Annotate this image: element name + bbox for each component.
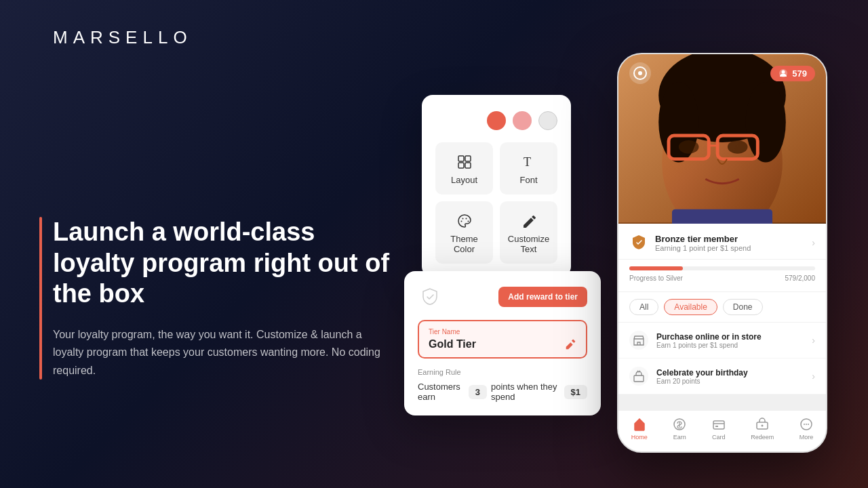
options-grid: Layout T Font Theme Color Customi — [435, 142, 557, 264]
progress-bar-track — [629, 266, 815, 270]
subtext: Your loyalty program, the way you want i… — [53, 326, 392, 380]
more-icon — [800, 418, 813, 431]
headline: Launch a world-class loyalty program rig… — [53, 217, 392, 310]
reward-purchase-chevron: › — [812, 335, 815, 346]
reward-birthday-title: Celebrate your birthday — [656, 368, 748, 378]
nav-card[interactable]: Card — [712, 418, 726, 441]
option-theme-color-label: Theme Color — [442, 234, 486, 254]
edit-tier-name-icon[interactable] — [564, 338, 576, 350]
tier-name-display: Bronze tier member — [655, 234, 751, 244]
nav-more-label: More — [800, 434, 814, 441]
svg-rect-24 — [634, 375, 644, 382]
progress-bar-fill — [629, 266, 683, 270]
tier-subtext: Earning 1 point per $1 spend — [655, 244, 751, 252]
reward-item-left: Purchase online or in store Earn 1 point… — [629, 331, 762, 350]
tier-name-label: Tier Name — [429, 328, 576, 336]
svg-point-18 — [728, 140, 748, 154]
tier-panel: Add reward to tier Tier Name Gold Tier E… — [404, 271, 601, 415]
svg-point-17 — [679, 140, 699, 154]
nav-earn-label: Earn — [673, 434, 686, 441]
color-dot-pink[interactable] — [513, 111, 532, 130]
store-icon-wrapper — [629, 331, 648, 350]
tab-available[interactable]: Available — [664, 299, 717, 315]
reward-birthday-subtitle: Earn 20 points — [656, 378, 748, 385]
reward-item-birthday-text: Celebrate your birthday Earn 20 points — [656, 368, 748, 385]
svg-rect-19 — [672, 209, 772, 224]
option-font-label: Font — [519, 175, 537, 185]
font-icon: T — [521, 155, 536, 169]
reward-item-birthday-left: Celebrate your birthday Earn 20 points — [629, 367, 748, 386]
earn-icon — [673, 418, 686, 431]
filter-tabs: All Available Done — [618, 292, 826, 323]
nav-more[interactable]: More — [800, 418, 814, 441]
nav-redeem-label: Redeem — [751, 434, 774, 441]
reward-item-purchase[interactable]: Purchase online or in store Earn 1 point… — [618, 323, 826, 359]
phone-hero-image: 579 — [618, 54, 826, 224]
tab-all[interactable]: All — [629, 299, 658, 315]
earning-rule-suffix: points when they spend — [491, 382, 560, 402]
nav-home[interactable]: Home — [631, 418, 648, 441]
reward-item-purchase-text: Purchase online or in store Earn 1 point… — [656, 332, 762, 349]
tier-panel-icon — [418, 285, 442, 309]
reward-birthday-chevron: › — [812, 371, 815, 382]
app-logo-icon — [633, 66, 647, 80]
color-dot-white[interactable] — [538, 111, 557, 130]
shield-icon — [420, 287, 440, 307]
points-badge: 579 — [770, 66, 815, 81]
svg-point-23 — [782, 70, 785, 74]
nav-earn[interactable]: Earn — [673, 418, 686, 441]
svg-point-5 — [460, 221, 462, 222]
svg-point-13 — [746, 82, 786, 162]
progress-value: 579/2,000 — [785, 274, 816, 282]
avatar-icon — [778, 68, 788, 78]
option-layout[interactable]: Layout — [435, 142, 493, 195]
svg-point-21 — [638, 71, 642, 75]
option-customize-text[interactable]: Customize Text — [500, 201, 557, 264]
tier-name-value: Gold Tier — [429, 338, 476, 350]
earning-rule-label: Earning Rule — [418, 368, 587, 376]
earning-rule-spend: $1 — [564, 385, 587, 399]
home-icon — [633, 418, 646, 431]
earning-rule-points: 3 — [469, 385, 487, 399]
left-content-section: Launch a world-class loyalty program rig… — [53, 217, 392, 380]
svg-point-7 — [465, 218, 467, 220]
option-font[interactable]: T Font — [500, 142, 557, 195]
svg-rect-26 — [713, 421, 724, 429]
progress-labels: Progress to Silver 579/2,000 — [629, 274, 815, 282]
progress-section: Progress to Silver 579/2,000 — [618, 260, 826, 292]
phone-header: 579 — [618, 62, 826, 84]
tier-chevron[interactable]: › — [812, 237, 815, 248]
reward-item-birthday[interactable]: Celebrate your birthday Earn 20 points › — [618, 359, 826, 394]
accent-bar — [39, 217, 42, 380]
add-reward-button[interactable]: Add reward to tier — [498, 287, 587, 307]
svg-point-33 — [808, 424, 809, 425]
reward-purchase-title: Purchase online or in store — [656, 332, 762, 342]
tab-done[interactable]: Done — [723, 299, 763, 315]
color-dot-red[interactable] — [487, 111, 506, 130]
svg-rect-0 — [458, 156, 464, 161]
card-icon — [712, 418, 726, 431]
customize-text-icon — [521, 214, 536, 228]
nav-redeem[interactable]: Redeem — [751, 418, 774, 441]
birthday-icon-wrapper — [629, 367, 648, 386]
bronze-tier-icon — [629, 233, 648, 252]
option-layout-label: Layout — [451, 175, 477, 185]
layout-icon — [457, 155, 472, 169]
svg-point-31 — [804, 424, 805, 425]
reward-purchase-subtitle: Earn 1 points per $1 spend — [656, 342, 762, 349]
svg-rect-3 — [465, 163, 471, 168]
tier-name-field[interactable]: Tier Name Gold Tier — [418, 320, 587, 359]
phone-mockup: 579 Bronze tier member Earning 1 point p… — [617, 53, 827, 453]
color-dots-row — [435, 111, 557, 130]
tier-info-text: Bronze tier member Earning 1 point per $… — [655, 234, 751, 252]
option-customize-text-label: Customize Text — [507, 234, 551, 254]
points-value: 579 — [792, 68, 807, 79]
svg-point-6 — [462, 218, 463, 220]
earning-rule-prefix: Customers earn — [418, 382, 465, 402]
progress-label: Progress to Silver — [629, 274, 683, 282]
tier-name-input-row: Gold Tier — [429, 338, 576, 350]
marsello-logo: MARSELLO — [53, 27, 193, 48]
svg-point-29 — [762, 425, 764, 427]
option-theme-color[interactable]: Theme Color — [435, 201, 493, 264]
customization-panel: Layout T Font Theme Color Customi — [422, 95, 571, 277]
